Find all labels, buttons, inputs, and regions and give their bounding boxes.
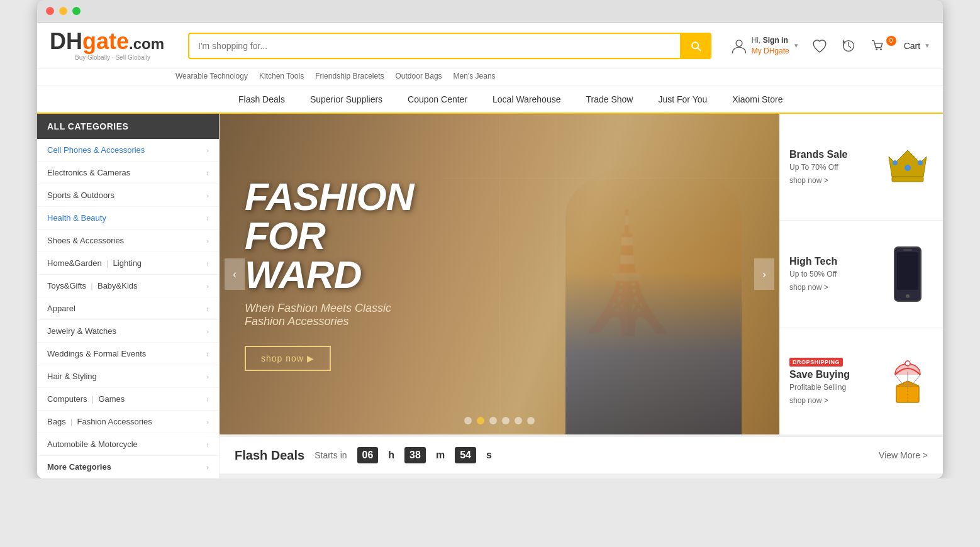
sidebar-item-electronics[interactable]: Electronics & Cameras › [37, 162, 219, 184]
svg-rect-10 [897, 252, 918, 290]
hero-shop-now-button[interactable]: shop now ▶ [245, 346, 331, 371]
promo-high-tech-info: High Tech Up to 50% Off shop now > [789, 256, 837, 292]
svg-point-7 [893, 160, 898, 165]
hero-subtitle: When Fashion Meets Classic Fashion Acces… [245, 302, 414, 328]
history-icon [840, 37, 857, 55]
nav-trade-show[interactable]: Trade Show [573, 86, 645, 114]
sidebar-item-apparel[interactable]: Apparel › [37, 297, 219, 320]
brands-sale-image [883, 142, 933, 192]
user-dropdown-icon: ▼ [793, 42, 799, 49]
sidebar-item-toys[interactable]: Toys&Gifts | Baby&Kids › [37, 275, 219, 297]
hero-prev-button[interactable]: ‹ [225, 258, 245, 290]
hero-dot-3[interactable] [489, 417, 497, 424]
hero-dots [464, 417, 535, 424]
quick-link-bags[interactable]: Outdoor Bags [396, 72, 442, 80]
sidebar-item-automobile[interactable]: Automobile & Motorcycle › [37, 433, 219, 456]
svg-point-8 [918, 160, 923, 165]
view-more-button[interactable]: View More > [879, 450, 928, 460]
minimize-dot[interactable] [59, 7, 67, 15]
hero-title: FASHION FOR WARD [245, 177, 414, 294]
timer-s-label: s [486, 450, 492, 461]
hero-dot-4[interactable] [502, 417, 509, 424]
sidebar-header: ALL CATEGORIES [37, 114, 219, 139]
cart-count: 0 [886, 36, 896, 46]
chevron-icon: › [206, 169, 209, 177]
promo-panels: Brands Sale Up To 70% Off shop now > [779, 114, 943, 434]
search-button[interactable] [680, 33, 711, 59]
chevron-icon: › [206, 328, 209, 335]
quick-link-wearable[interactable]: Wearable Technology [175, 72, 248, 80]
search-input[interactable] [188, 33, 680, 59]
timer-m-label: m [436, 450, 445, 461]
sidebar: ALL CATEGORIES Cell Phones & Accessories… [37, 114, 220, 478]
starts-in-label: Starts in [315, 450, 347, 460]
promo-high-tech[interactable]: High Tech Up to 50% Off shop now > [779, 221, 943, 328]
logo[interactable]: DHgate.com [50, 30, 175, 53]
search-icon [689, 40, 702, 52]
chevron-icon: › [206, 305, 209, 312]
nav-just-for-you[interactable]: Just For You [645, 86, 720, 114]
svg-point-14 [905, 361, 910, 366]
hero-dot-2[interactable] [477, 417, 484, 424]
search-bar [188, 33, 711, 59]
sidebar-item-hair[interactable]: Hair & Styling › [37, 365, 219, 388]
heart-icon [811, 37, 828, 55]
nav-flash-deals[interactable]: Flash Deals [226, 86, 298, 114]
cart-button[interactable]: 0 Cart ▼ [869, 37, 930, 55]
maximize-dot[interactable] [72, 7, 81, 15]
timer-h-label: h [388, 450, 394, 461]
sidebar-item-health[interactable]: Health & Beauty › [37, 207, 219, 229]
history-button[interactable] [840, 37, 857, 55]
sidebar-item-computers[interactable]: Computers | Games › [37, 388, 219, 411]
wishlist-button[interactable] [811, 37, 828, 55]
sidebar-item-sports[interactable]: Sports & Outdoors › [37, 184, 219, 207]
quick-link-jeans[interactable]: Men's Jeans [454, 72, 496, 80]
body-layout: ALL CATEGORIES Cell Phones & Accessories… [37, 114, 943, 478]
quick-link-kitchen[interactable]: Kitchen Tools [259, 72, 304, 80]
chevron-icon: › [206, 146, 209, 154]
promo-save-buying[interactable]: DROPSHIPPING Save Buying Profitable Sell… [779, 328, 943, 434]
nav-bar: Flash Deals Superior Suppliers Coupon Ce… [37, 86, 943, 114]
high-tech-image [883, 249, 933, 299]
user-menu[interactable]: Hi, Sign in My DHgate ▼ [730, 35, 799, 57]
slider-row: 🗼 FASHION [220, 114, 943, 434]
hero-person-area [553, 114, 754, 434]
logo-area: DHgate.com Buy Globally · Sell Globally [50, 30, 175, 61]
hero-next-button[interactable]: › [754, 258, 774, 290]
flash-deals-bar: Flash Deals Starts in 06 h 38 m 54 s Vie… [220, 436, 943, 473]
close-dot[interactable] [46, 7, 54, 15]
sidebar-item-jewelry[interactable]: Jewelry & Watches › [37, 320, 219, 343]
nav-xiaomi-store[interactable]: Xiaomi Store [720, 86, 795, 114]
nav-coupon-center[interactable]: Coupon Center [395, 86, 480, 114]
timer-minutes: 38 [404, 447, 426, 463]
chevron-icon: › [206, 350, 209, 358]
svg-point-0 [736, 40, 742, 46]
promo-brands-info: Brands Sale Up To 70% Off shop now > [789, 149, 847, 185]
hero-dot-1[interactable] [464, 417, 472, 424]
user-icon [730, 37, 748, 55]
sidebar-item-bags[interactable]: Bags | Fashion Accessories › [37, 411, 219, 433]
sign-in-text: Hi, Sign in My DHgate [752, 35, 789, 57]
sidebar-item-home-garden[interactable]: Home&Garden | Lighting › [37, 252, 219, 275]
hero-dot-6[interactable] [527, 417, 535, 424]
logo-gate: gate [82, 28, 129, 54]
hero-dot-5[interactable] [515, 417, 522, 424]
sidebar-item-shoes[interactable]: Shoes & Accessories › [37, 229, 219, 252]
dropship-icon [883, 356, 933, 406]
nav-superior-suppliers[interactable]: Superior Suppliers [298, 86, 395, 114]
nav-local-warehouse[interactable]: Local Warehouse [480, 86, 573, 114]
chevron-icon: › [206, 282, 209, 290]
svg-rect-12 [903, 249, 912, 251]
sidebar-item-cell-phones[interactable]: Cell Phones & Accessories › [37, 139, 219, 162]
quick-link-bracelets[interactable]: Friendship Bracelets [315, 72, 384, 80]
chevron-icon: › [206, 260, 209, 267]
phone-icon [892, 246, 923, 302]
chevron-icon: › [206, 237, 209, 245]
promo-brands-sale[interactable]: Brands Sale Up To 70% Off shop now > [779, 114, 943, 221]
person-silhouette [565, 162, 742, 435]
sidebar-item-weddings[interactable]: Weddings & Formal Events › [37, 343, 219, 365]
sidebar-item-more-categories[interactable]: More Categories › [37, 456, 219, 478]
svg-rect-5 [892, 177, 923, 182]
chevron-icon: › [206, 214, 209, 222]
logo-com: .com [129, 35, 164, 52]
